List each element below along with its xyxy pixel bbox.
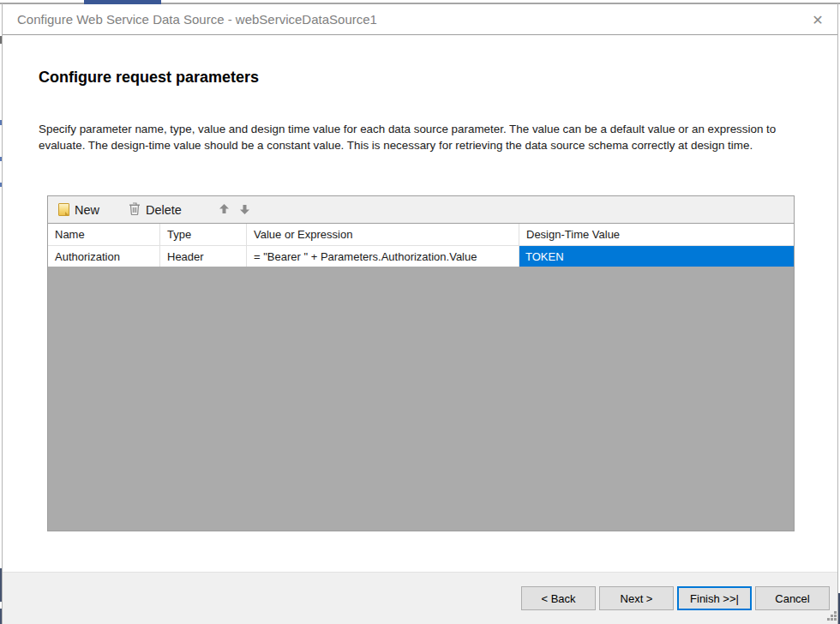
arrow-up-icon (219, 202, 229, 218)
next-button[interactable]: Next > (599, 586, 674, 610)
delete-button-label: Delete (146, 203, 182, 217)
delete-parameter-button[interactable]: Delete (123, 199, 187, 220)
grid-header-row: Name Type Value or Expression Design-Tim… (48, 224, 794, 246)
table-row: Authorization Header = "Bearer " + Param… (48, 246, 794, 267)
background-window-edge-artifact (0, 183, 2, 187)
new-parameter-button[interactable]: New (53, 201, 105, 219)
cell-parameter-type[interactable]: Header (160, 246, 247, 267)
column-header-name[interactable]: Name (48, 224, 160, 245)
column-header-type[interactable]: Type (160, 224, 247, 245)
back-button[interactable]: < Back (521, 586, 596, 610)
cell-design-time-value-selected[interactable]: TOKEN (519, 246, 794, 267)
arrow-down-icon (240, 202, 249, 218)
cancel-button[interactable]: Cancel (755, 586, 830, 610)
move-down-button[interactable] (235, 201, 255, 219)
parameters-grid: New Delete (47, 195, 795, 531)
wizard-buttons: < Back Next > Finish >>| Cancel (521, 586, 830, 610)
page-title: Configure request parameters (39, 69, 259, 87)
title-bar[interactable]: Configure Web Service Data Source - webS… (3, 4, 837, 35)
new-button-label: New (75, 203, 99, 217)
cell-parameter-name[interactable]: Authorization (48, 246, 160, 267)
column-header-design-time-value[interactable]: Design-Time Value (519, 224, 794, 245)
dialog-right-border (837, 3, 838, 624)
dialog-left-border (2, 3, 3, 624)
new-document-icon (58, 203, 69, 216)
finish-button[interactable]: Finish >>| (677, 586, 752, 610)
cell-parameter-value[interactable]: = "Bearer " + Parameters.Authorization.V… (247, 246, 519, 267)
background-window-edge-artifact (0, 609, 2, 624)
grid-toolbar: New Delete (48, 196, 794, 224)
background-window-edge-artifact (0, 157, 2, 161)
background-window-edge-artifact (0, 36, 2, 44)
move-up-button[interactable] (214, 201, 235, 219)
close-icon[interactable]: ✕ (803, 6, 832, 33)
page-description: Specify parameter name, type, value and … (39, 121, 796, 153)
resize-grip[interactable] (834, 618, 837, 621)
background-window-edge-artifact (0, 568, 2, 602)
grid-empty-area (48, 267, 794, 531)
trash-icon (129, 201, 141, 218)
background-window-edge-artifact (0, 120, 2, 125)
column-header-value[interactable]: Value or Expression (247, 224, 519, 245)
configure-web-service-dialog: Configure Web Service Data Source - webS… (0, 0, 840, 624)
window-title: Configure Web Service Data Source - webS… (3, 12, 377, 27)
footer-bar: < Back Next > Finish >>| Cancel (3, 572, 837, 624)
